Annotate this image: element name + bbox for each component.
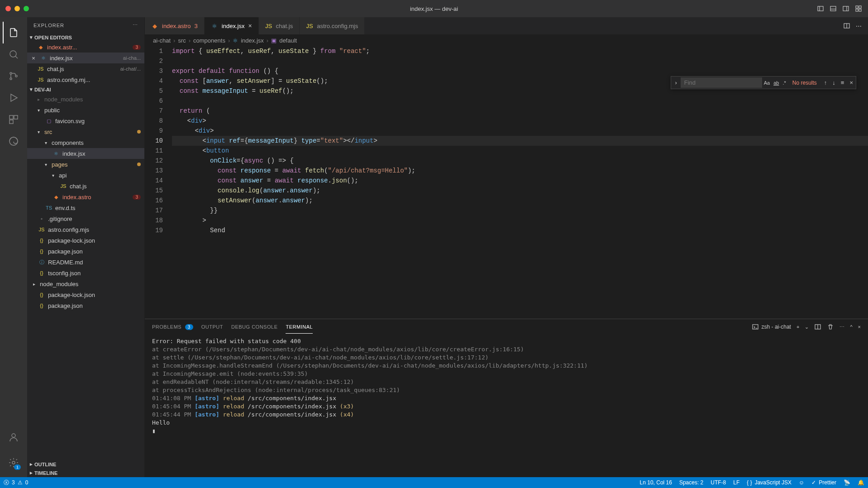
close-icon[interactable]: ×: [30, 55, 37, 62]
panel-tab-debug[interactable]: DEBUG CONSOLE: [231, 321, 277, 333]
terminal[interactable]: Error: Request failed with status code 4…: [145, 335, 868, 477]
tab-index-jsx[interactable]: ⚛ index.jsx ×: [205, 17, 259, 34]
section-outline[interactable]: ▸ OUTLINE: [27, 460, 144, 469]
activity-settings[interactable]: 1: [3, 452, 24, 474]
layout-panel-icon[interactable]: [829, 5, 837, 13]
status-language[interactable]: { } JavaScript JSX: [747, 479, 792, 486]
tree-folder[interactable]: ▾ public: [27, 105, 144, 115]
tree-file[interactable]: JS chat.js: [27, 181, 144, 191]
tree-folder[interactable]: ▾ components: [27, 137, 144, 148]
js-file-icon: JS: [37, 76, 44, 83]
tree-file[interactable]: {} package-lock.json: [27, 235, 144, 246]
close-icon[interactable]: ×: [847, 77, 856, 88]
chevron-down-icon: ▾: [50, 173, 56, 178]
sidebar-more-icon[interactable]: ⋯: [133, 22, 138, 28]
panel-tab-output[interactable]: OUTPUT: [201, 321, 223, 333]
chevron-right-icon[interactable]: ›: [671, 77, 680, 89]
activity-explorer[interactable]: [3, 22, 24, 43]
window-close-button[interactable]: [5, 6, 11, 11]
status-antenna-icon[interactable]: 📡: [844, 479, 850, 486]
tab-index-astro[interactable]: ◆ index.astro 3: [145, 17, 205, 34]
tree-file[interactable]: ◦ .gitignore: [27, 213, 144, 224]
gitignore-file-icon: ◦: [38, 215, 45, 222]
tree-file[interactable]: ◆ index.astro 3: [27, 191, 144, 202]
js-file-icon: JS: [38, 226, 45, 233]
open-editor-item[interactable]: JS astro.config.mj...: [27, 74, 144, 85]
status-feedback-icon[interactable]: ☺: [799, 479, 804, 486]
svg-rect-16: [10, 115, 13, 119]
chevron-down-icon: ▾: [43, 162, 49, 167]
new-terminal-icon[interactable]: +: [796, 324, 799, 330]
window-zoom-button[interactable]: [24, 6, 29, 11]
status-spaces[interactable]: Spaces: 2: [679, 479, 703, 486]
status-errors[interactable]: ⓧ 3 ⚠ 0: [4, 479, 28, 487]
panel-tab-problems[interactable]: PROBLEMS 3: [152, 321, 193, 333]
status-eol[interactable]: LF: [733, 479, 739, 486]
next-match-icon[interactable]: ↓: [830, 77, 838, 88]
activity-scm[interactable]: [3, 65, 24, 87]
braces-icon: { }: [747, 479, 752, 486]
close-icon[interactable]: ×: [248, 22, 252, 29]
find-input[interactable]: [681, 77, 762, 88]
tree-file[interactable]: {} package-lock.json: [27, 289, 144, 300]
section-project[interactable]: ▾ DEV-AI: [27, 85, 144, 94]
open-editor-item[interactable]: JS chat.js ai-chat/...: [27, 63, 144, 74]
activity-debug[interactable]: [3, 87, 24, 109]
status-prettier[interactable]: ✓ Prettier: [811, 479, 836, 486]
tree-file[interactable]: {} package.json: [27, 246, 144, 257]
check-icon: ✓: [811, 479, 816, 486]
activity-bar: 1: [0, 17, 27, 477]
match-case-icon[interactable]: Aa: [762, 79, 772, 86]
tab-chat-js[interactable]: JS chat.js: [259, 17, 300, 34]
regex-icon[interactable]: .*: [781, 79, 787, 86]
window-minimize-button[interactable]: [14, 6, 20, 11]
js-file-icon: JS: [37, 65, 44, 72]
trash-icon[interactable]: [827, 323, 834, 330]
tree-file[interactable]: TS env.d.ts: [27, 202, 144, 213]
section-timeline[interactable]: ▸ TIMELINE: [27, 469, 144, 477]
status-cursor[interactable]: Ln 10, Col 16: [640, 479, 672, 486]
tree-file[interactable]: ⓘ README.md: [27, 257, 144, 268]
tree-folder[interactable]: ▸ node_modules: [27, 278, 144, 289]
more-icon[interactable]: ⋯: [839, 324, 844, 330]
breadcrumbs[interactable]: ai-chat› src› components› ⚛ index.jsx› ▣…: [145, 34, 868, 46]
open-editor-item[interactable]: ◆ index.astr... 3: [27, 42, 144, 53]
activity-account[interactable]: [3, 426, 24, 448]
split-editor-icon[interactable]: [843, 22, 850, 29]
tree-file[interactable]: ▢ favicon.svg: [27, 115, 144, 126]
layout-sidebar-left-icon[interactable]: [816, 5, 825, 13]
tree-file[interactable]: ⚛ index.jsx: [27, 148, 144, 159]
tree-folder[interactable]: ▾ pages: [27, 159, 144, 170]
status-encoding[interactable]: UTF-8: [711, 479, 726, 486]
activity-search[interactable]: [3, 43, 24, 65]
tree-file[interactable]: {} tsconfig.json: [27, 268, 144, 278]
close-panel-icon[interactable]: ×: [858, 324, 861, 330]
split-terminal-icon[interactable]: [814, 323, 821, 330]
editor-area: ◆ index.astro 3 ⚛ index.jsx × JS chat.js…: [145, 17, 868, 477]
activity-edge[interactable]: [3, 130, 24, 152]
section-open-editors[interactable]: ▾ OPEN EDITORS: [27, 33, 144, 42]
tree-folder[interactable]: ▸ node_modules: [27, 94, 144, 105]
maximize-panel-icon[interactable]: ^: [850, 324, 852, 330]
tab-astro-config[interactable]: JS astro.config.mjs: [300, 17, 365, 34]
find-in-selection-icon[interactable]: ≡: [838, 77, 847, 88]
js-file-icon: JS: [306, 22, 313, 29]
more-icon[interactable]: ⋯: [856, 23, 862, 29]
chevron-down-icon: ▾: [30, 86, 33, 92]
tree-file[interactable]: JS astro.config.mjs: [27, 224, 144, 235]
activity-extensions[interactable]: [3, 109, 24, 130]
terminal-dropdown-icon[interactable]: ⌄: [805, 324, 809, 330]
tree-file[interactable]: {} package.json: [27, 300, 144, 311]
panel-tab-terminal[interactable]: TERMINAL: [286, 321, 313, 334]
json-file-icon: {}: [38, 237, 45, 244]
layout-sidebar-right-icon[interactable]: [842, 5, 850, 13]
tree-folder[interactable]: ▾ api: [27, 170, 144, 181]
prev-match-icon[interactable]: ↑: [821, 77, 830, 88]
json-file-icon: {}: [38, 302, 45, 309]
status-bell-icon[interactable]: 🔔: [858, 479, 864, 486]
match-word-icon[interactable]: ab: [772, 79, 781, 86]
layout-customize-icon[interactable]: [854, 5, 863, 13]
terminal-picker[interactable]: zsh - ai-chat: [752, 323, 791, 330]
tree-folder[interactable]: ▾ src: [27, 126, 144, 137]
open-editor-item[interactable]: × ⚛ index.jsx ai-cha...: [27, 53, 144, 63]
